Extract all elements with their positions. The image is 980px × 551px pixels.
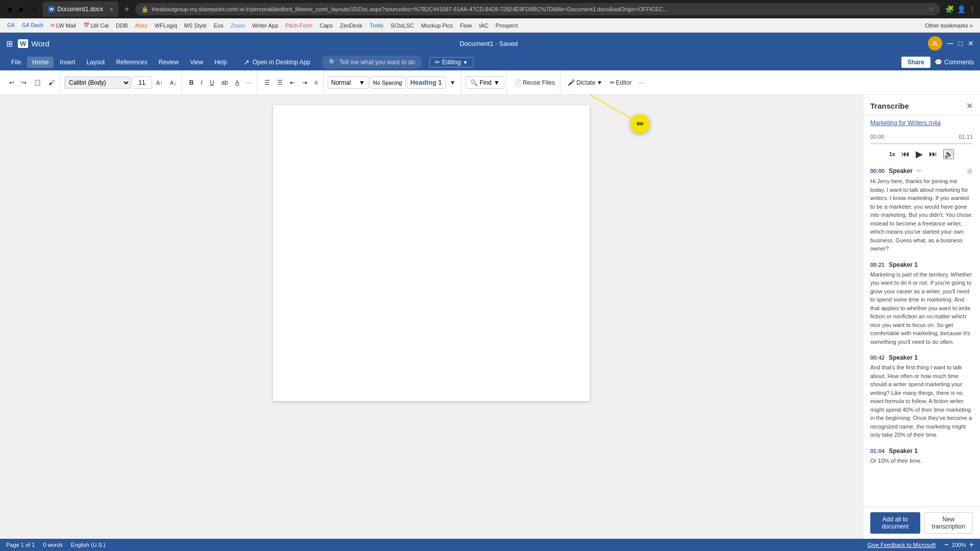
- feedback-link[interactable]: Give Feedback to Microsoft: [867, 542, 936, 548]
- find-button[interactable]: 🔍 Find ▼: [465, 77, 504, 89]
- menu-home[interactable]: Home: [27, 57, 54, 68]
- bookmark-eos[interactable]: Eos: [211, 21, 227, 30]
- font-name-select[interactable]: Calibri (Body): [64, 77, 131, 89]
- format-painter-button[interactable]: 🖌: [45, 77, 58, 88]
- decrease-indent-button[interactable]: ⇤: [287, 77, 298, 88]
- dictate-button[interactable]: 🎤 Dictate ▼: [565, 77, 605, 88]
- play-button[interactable]: ▶: [916, 148, 923, 160]
- more-format-button[interactable]: ···: [243, 77, 255, 88]
- segment-time-2[interactable]: 00:42: [870, 355, 885, 361]
- bookmark-caps[interactable]: Caps: [316, 21, 336, 30]
- increase-indent-button[interactable]: ⇥: [299, 77, 310, 88]
- bold-button[interactable]: B: [186, 77, 197, 88]
- zoom-out-button[interactable]: −: [944, 540, 948, 549]
- app-grid-icon[interactable]: ⊞: [6, 39, 13, 48]
- bookmark-trello[interactable]: Trello: [366, 21, 386, 30]
- user-avatar[interactable]: JL: [928, 36, 942, 51]
- forward-button[interactable]: ▶: [17, 5, 27, 14]
- bookmark-sctolsc[interactable]: SCtoLSC: [387, 21, 417, 30]
- document-area[interactable]: ✏: [0, 95, 863, 539]
- menu-insert[interactable]: Insert: [55, 57, 80, 68]
- segment-time-1[interactable]: 00:21: [870, 262, 885, 268]
- bookmark-ddb[interactable]: DDB: [113, 21, 131, 30]
- bookmark-ga[interactable]: GA: [4, 21, 18, 29]
- more-options-button[interactable]: ···: [636, 77, 647, 88]
- editing-dropdown-icon[interactable]: ▼: [463, 60, 468, 65]
- paste-button[interactable]: 📋: [31, 77, 44, 88]
- segment-add-0[interactable]: ⊕: [967, 167, 973, 175]
- profile-icon[interactable]: 👤: [957, 5, 966, 13]
- grow-font-button[interactable]: A↑: [153, 78, 166, 88]
- font-color-button[interactable]: A: [232, 77, 242, 88]
- menu-layout[interactable]: Layout: [81, 57, 110, 68]
- editing-btn[interactable]: Editing: [442, 59, 461, 66]
- refresh-button[interactable]: ↻: [30, 5, 40, 14]
- bookmark-flow[interactable]: Flow: [457, 21, 475, 30]
- new-tab-button[interactable]: +: [121, 5, 132, 14]
- bookmark-other[interactable]: Other bookmarks »: [922, 21, 976, 30]
- bookmark-writer-app[interactable]: Writer App: [249, 21, 281, 30]
- bookmark-ga-dash[interactable]: GA Dash: [19, 21, 46, 29]
- bookmark-mockup-pics[interactable]: Mockup Pics: [418, 21, 456, 30]
- italic-button[interactable]: I: [198, 77, 205, 88]
- reuse-files-button[interactable]: 📄 Reuse Files: [511, 77, 558, 88]
- new-transcription-button[interactable]: New transcription: [924, 512, 973, 534]
- bookmark-ms-style[interactable]: MS Style: [181, 21, 210, 30]
- skip-forward-button[interactable]: ⏭: [929, 149, 937, 159]
- highlight-button[interactable]: ab: [218, 77, 231, 88]
- segment-edit-0[interactable]: ✏: [917, 167, 922, 174]
- bookmark-wflogiq[interactable]: WFLogiq: [152, 21, 180, 30]
- extensions-icon[interactable]: 🧩: [945, 5, 954, 13]
- bullets-button[interactable]: ☰: [261, 77, 273, 88]
- tell-me-text[interactable]: Tell me what you want to do: [339, 59, 415, 66]
- heading1-style[interactable]: Heading 1: [407, 77, 446, 89]
- bookmark-zoom[interactable]: Zoom: [228, 21, 248, 30]
- url-display: theaboutgroup-my.sharepoint.com/:w:/r/pe…: [152, 6, 668, 12]
- menu-view[interactable]: View: [185, 57, 208, 68]
- menu-references[interactable]: References: [111, 57, 152, 68]
- panel-filename[interactable]: Marketing for Writers.m4a: [863, 115, 980, 131]
- minimize-button[interactable]: ─: [947, 39, 953, 48]
- more-styles-button[interactable]: ▼: [447, 77, 459, 88]
- bookmark-pitch-form[interactable]: Pitch Form: [282, 21, 315, 30]
- bookmark-star[interactable]: ☆: [928, 6, 934, 13]
- close-button[interactable]: ✕: [968, 39, 974, 47]
- volume-button[interactable]: 🔊: [943, 149, 954, 159]
- underline-button[interactable]: U: [207, 77, 217, 88]
- skip-back-button[interactable]: ⏮: [901, 149, 910, 159]
- settings-icon[interactable]: ⋮: [969, 5, 976, 13]
- speed-button[interactable]: 1x: [889, 151, 895, 157]
- menu-review[interactable]: Review: [154, 57, 184, 68]
- maximize-button[interactable]: □: [959, 39, 963, 47]
- menu-file[interactable]: File: [6, 57, 26, 68]
- font-size-input[interactable]: [132, 77, 152, 89]
- back-button[interactable]: ◀: [4, 5, 14, 14]
- menu-help[interactable]: Help: [209, 57, 232, 68]
- segment-time-3[interactable]: 01:04: [870, 448, 885, 454]
- segment-time-0[interactable]: 00:00: [870, 168, 885, 174]
- bookmark-atlas[interactable]: Atlas: [132, 21, 150, 30]
- undo-button[interactable]: ↩: [6, 77, 17, 88]
- align-button[interactable]: ≡: [311, 77, 321, 88]
- panel-close-button[interactable]: ✕: [966, 101, 973, 111]
- progress-bar[interactable]: [870, 143, 973, 144]
- bookmark-lw-cal[interactable]: 📅 LW Cal: [80, 21, 112, 30]
- comments-button[interactable]: 💬 Comments: [935, 59, 974, 66]
- bookmark-prospect[interactable]: Prospect: [493, 21, 521, 30]
- no-spacing-style[interactable]: No Spacing: [370, 77, 406, 89]
- add-all-to-document-button[interactable]: Add all to document: [870, 512, 920, 534]
- bookmark-lw-mail[interactable]: ✉ LW Mail: [47, 21, 79, 30]
- numbering-button[interactable]: ☰: [274, 77, 286, 88]
- address-bar[interactable]: 🔒 theaboutgroup-my.sharepoint.com/:w:/r/…: [135, 3, 940, 15]
- redo-button[interactable]: ↪: [18, 77, 30, 88]
- normal-style[interactable]: Normal ▼: [328, 77, 369, 89]
- bookmark-iac[interactable]: IAC: [476, 21, 492, 30]
- document-page[interactable]: ✏: [273, 105, 590, 401]
- shrink-font-button[interactable]: A↓: [167, 78, 180, 88]
- share-button[interactable]: Share: [901, 57, 930, 68]
- editor-button[interactable]: ✏ Editor: [607, 77, 635, 88]
- bookmark-zendesk[interactable]: ZenDesk: [337, 21, 365, 30]
- tab-close-button[interactable]: ✕: [109, 7, 113, 12]
- zoom-in-button[interactable]: +: [969, 540, 974, 549]
- open-desktop-btn[interactable]: Open in Desktop App: [253, 59, 310, 66]
